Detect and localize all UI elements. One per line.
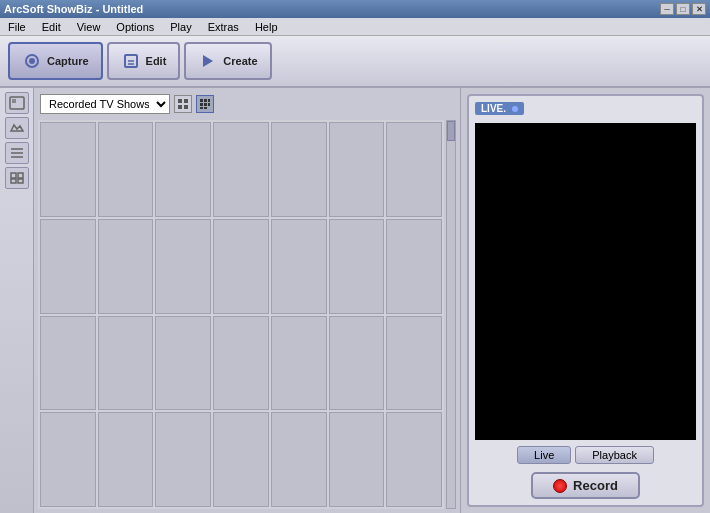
thumb-cell[interactable] xyxy=(386,122,442,217)
thumb-cell[interactable] xyxy=(329,316,385,411)
edit-button[interactable]: Edit xyxy=(107,42,181,80)
thumbnail-scrollbar[interactable] xyxy=(446,120,456,509)
svg-rect-13 xyxy=(11,179,16,183)
edit-icon xyxy=(121,51,141,71)
thumb-cell[interactable] xyxy=(155,316,211,411)
sidebar-icon-4[interactable] xyxy=(5,167,29,189)
svg-rect-14 xyxy=(18,179,23,183)
thumb-cell[interactable] xyxy=(40,316,96,411)
thumb-cell[interactable] xyxy=(98,412,154,507)
thumb-cell[interactable] xyxy=(271,412,327,507)
thumb-cell[interactable] xyxy=(98,219,154,314)
thumb-cell[interactable] xyxy=(40,219,96,314)
sidebar-icon-1[interactable] xyxy=(5,92,29,114)
thumb-cell[interactable] xyxy=(155,122,211,217)
thumb-cell[interactable] xyxy=(155,412,211,507)
menu-extras[interactable]: Extras xyxy=(204,20,243,34)
svg-rect-16 xyxy=(184,99,188,103)
menu-options[interactable]: Options xyxy=(112,20,158,34)
thumb-cell[interactable] xyxy=(213,412,269,507)
thumb-cell[interactable] xyxy=(155,219,211,314)
svg-rect-15 xyxy=(178,99,182,103)
svg-marker-5 xyxy=(203,55,213,67)
thumb-cell[interactable] xyxy=(213,219,269,314)
thumb-cell[interactable] xyxy=(213,316,269,411)
thumb-cell[interactable] xyxy=(98,122,154,217)
record-button[interactable]: Record xyxy=(531,472,640,499)
app-title: ArcSoft ShowBiz - Untitled xyxy=(4,3,143,15)
thumb-cell[interactable] xyxy=(40,122,96,217)
title-bar: ArcSoft ShowBiz - Untitled ─ □ ✕ xyxy=(0,0,710,18)
svg-point-1 xyxy=(29,58,35,64)
sidebar-icon-2[interactable] xyxy=(5,117,29,139)
capture-button[interactable]: Capture xyxy=(8,42,103,80)
create-button[interactable]: Create xyxy=(184,42,271,80)
capture-icon xyxy=(22,51,42,71)
sidebar-icon-3[interactable] xyxy=(5,142,29,164)
preview-controls: Live Playback xyxy=(475,446,696,464)
right-panel: LIVE. Live Playback Record xyxy=(460,88,710,513)
record-dot-icon xyxy=(553,479,567,493)
record-label: Record xyxy=(573,478,618,493)
thumb-cell[interactable] xyxy=(98,316,154,411)
category-dropdown[interactable]: Recorded TV Shows xyxy=(40,94,170,114)
window-controls: ─ □ ✕ xyxy=(660,3,706,15)
svg-rect-12 xyxy=(18,173,23,178)
thumb-cell[interactable] xyxy=(386,219,442,314)
live-badge: LIVE. xyxy=(475,102,524,115)
menu-edit[interactable]: Edit xyxy=(38,20,65,34)
menu-view[interactable]: View xyxy=(73,20,105,34)
thumb-cell[interactable] xyxy=(329,122,385,217)
thumb-cell[interactable] xyxy=(329,412,385,507)
menu-bar: File Edit View Options Play Extras Help xyxy=(0,18,710,36)
thumb-cell[interactable] xyxy=(329,219,385,314)
thumb-cell[interactable] xyxy=(213,122,269,217)
thumb-cell[interactable] xyxy=(271,316,327,411)
svg-rect-24 xyxy=(208,103,210,106)
thumbnail-grid xyxy=(38,120,444,509)
menu-help[interactable]: Help xyxy=(251,20,282,34)
svg-rect-17 xyxy=(178,105,182,109)
svg-rect-18 xyxy=(184,105,188,109)
scrollbar-thumb[interactable] xyxy=(447,121,455,141)
svg-rect-25 xyxy=(200,107,203,109)
large-grid-view-button[interactable] xyxy=(196,95,214,113)
svg-rect-11 xyxy=(11,173,16,178)
preview-frame: LIVE. Live Playback Record xyxy=(467,94,704,507)
thumbnail-panel: Recorded TV Shows xyxy=(34,88,460,513)
thumb-cell[interactable] xyxy=(386,412,442,507)
maximize-button[interactable]: □ xyxy=(676,3,690,15)
thumb-cell[interactable] xyxy=(271,122,327,217)
menu-play[interactable]: Play xyxy=(166,20,195,34)
svg-rect-21 xyxy=(208,99,210,102)
live-button[interactable]: Live xyxy=(517,446,571,464)
main-layout: Recorded TV Shows xyxy=(0,88,710,513)
thumbnail-toolbar: Recorded TV Shows xyxy=(38,92,456,116)
left-sidebar xyxy=(0,88,34,513)
svg-rect-19 xyxy=(200,99,203,102)
minimize-button[interactable]: ─ xyxy=(660,3,674,15)
small-grid-view-button[interactable] xyxy=(174,95,192,113)
svg-rect-22 xyxy=(200,103,203,106)
live-dot xyxy=(512,106,518,112)
create-icon xyxy=(198,51,218,71)
thumb-cell[interactable] xyxy=(386,316,442,411)
close-button[interactable]: ✕ xyxy=(692,3,706,15)
svg-rect-20 xyxy=(204,99,207,102)
content-area: Recorded TV Shows xyxy=(34,88,460,513)
svg-rect-23 xyxy=(204,103,207,106)
svg-rect-26 xyxy=(204,107,207,109)
thumb-cell[interactable] xyxy=(40,412,96,507)
playback-button[interactable]: Playback xyxy=(575,446,654,464)
svg-rect-7 xyxy=(12,99,16,103)
menu-file[interactable]: File xyxy=(4,20,30,34)
toolbar: Capture Edit Create xyxy=(0,36,710,88)
thumb-cell[interactable] xyxy=(271,219,327,314)
preview-display xyxy=(475,123,696,440)
